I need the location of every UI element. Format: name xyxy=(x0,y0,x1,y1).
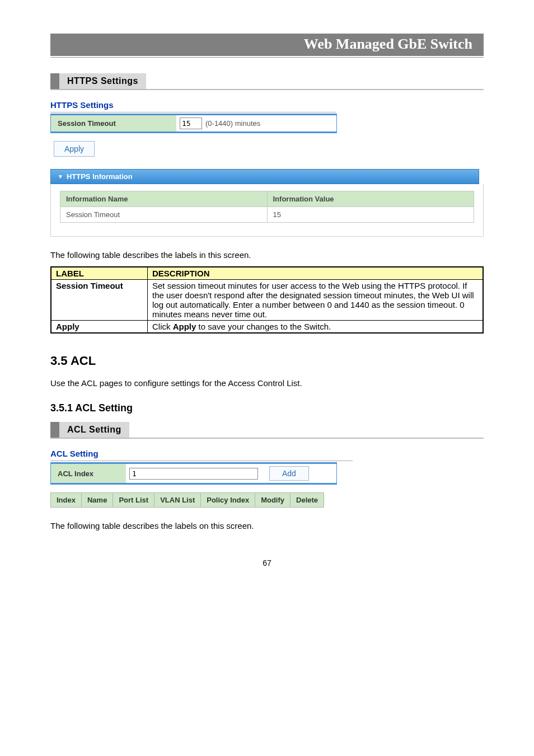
page-number: 67 xyxy=(50,558,484,567)
header-rule xyxy=(50,57,484,58)
info-header-name: Information Name xyxy=(60,191,268,207)
https-settings-title: HTTPS Settings xyxy=(50,100,336,112)
acl-setting-title: ACL Setting xyxy=(50,449,353,461)
session-timeout-input[interactable] xyxy=(180,118,202,129)
session-timeout-units: (0-1440) minutes xyxy=(205,119,260,128)
acl-col-vlanlist: VLAN List xyxy=(154,493,201,508)
session-timeout-label: Session Timeout xyxy=(51,115,176,132)
acl-setting-tab[interactable]: ACL Setting xyxy=(59,422,129,438)
chevron-down-icon: ▼ xyxy=(58,173,63,180)
info-header-value: Information Value xyxy=(267,191,474,207)
add-button[interactable]: Add xyxy=(269,466,309,481)
acl-col-policyindex: Policy Index xyxy=(201,493,255,508)
description-table: LABEL DESCRIPTION Session Timeout Set se… xyxy=(50,266,484,334)
apply-button[interactable]: Apply xyxy=(54,141,95,157)
acl-index-input[interactable] xyxy=(129,468,258,480)
acl-col-delete: Delete xyxy=(291,493,324,508)
acl-setting-tab-row: ACL Setting xyxy=(50,422,484,439)
page-header-banner: Web Managed GbE Switch xyxy=(50,34,484,56)
desc-intro-text: The following table describes the labels… xyxy=(50,250,484,260)
desc-row-label-1: Apply xyxy=(51,321,148,334)
info-row-name: Session Timeout xyxy=(60,207,268,223)
https-settings-tab-row: HTTPS Settings xyxy=(50,73,484,90)
https-settings-tab[interactable]: HTTPS Settings xyxy=(59,73,146,89)
session-timeout-input-cell: (0-1440) minutes xyxy=(176,115,336,132)
desc-row-desc-0: Set session timeout minutes for user acc… xyxy=(148,280,484,321)
tab-accent xyxy=(50,73,59,89)
acl-setting-heading: 3.5.1 ACL Setting xyxy=(50,402,484,414)
table-row: Apply Click Apply to save your changes t… xyxy=(51,321,483,334)
https-information-table: Information Name Information Value Sessi… xyxy=(60,191,474,223)
table-row: Session Timeout Set session timeout minu… xyxy=(51,280,483,321)
acl-columns-table: Index Name Port List VLAN List Policy In… xyxy=(50,492,324,508)
session-timeout-row: Session Timeout (0-1440) minutes xyxy=(50,114,337,133)
acl-col-index: Index xyxy=(51,493,82,508)
acl-col-portlist: Port List xyxy=(113,493,154,508)
desc-intro-text-2: The following table describes the labels… xyxy=(50,521,484,530)
acl-intro-text: Use the ACL pages to configure settings … xyxy=(50,378,484,388)
info-row-value: 15 xyxy=(267,207,474,223)
acl-index-row: ACL Index Add xyxy=(50,462,337,485)
table-row: Session Timeout 15 xyxy=(60,207,474,223)
tab-accent xyxy=(50,422,59,438)
acl-heading: 3.5 ACL xyxy=(50,354,484,368)
acl-col-modify: Modify xyxy=(255,493,291,508)
desc-row-desc-1: Click Apply to save your changes to the … xyxy=(148,321,484,334)
https-information-panel-header[interactable]: ▼ HTTPS Information xyxy=(50,169,479,184)
acl-index-input-cell: Add xyxy=(126,464,336,483)
desc-header-label: LABEL xyxy=(51,267,148,280)
desc-header-description: DESCRIPTION xyxy=(148,267,484,280)
https-information-title: HTTPS Information xyxy=(67,172,133,181)
https-information-panel-body: Information Name Information Value Sessi… xyxy=(50,184,484,237)
desc-row-label-0: Session Timeout xyxy=(51,280,148,321)
acl-index-label: ACL Index xyxy=(51,464,126,483)
acl-col-name: Name xyxy=(81,493,113,508)
